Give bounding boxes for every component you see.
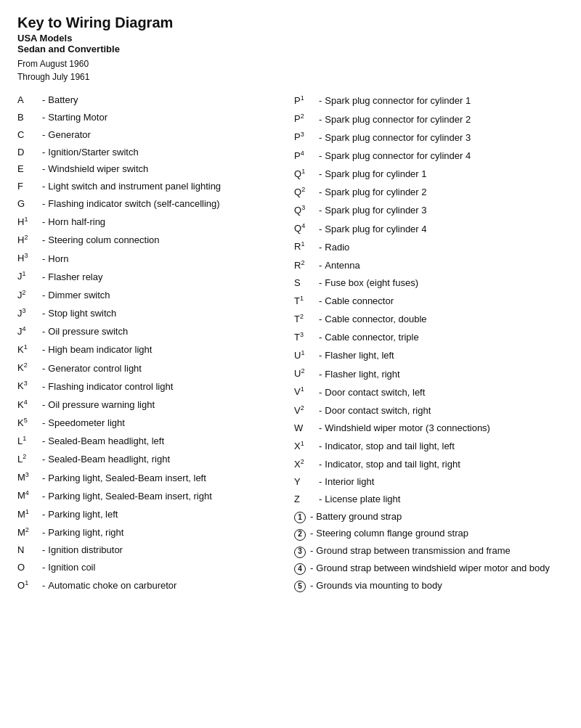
item-dash: - — [319, 150, 322, 163]
list-item: V2-Door contact switch, right — [294, 404, 564, 418]
list-item: S-Fuse box (eight fuses) — [294, 277, 564, 290]
item-dash: - — [319, 368, 322, 382]
list-item: M3-Parking light, Sealed-Beam insert, le… — [17, 470, 287, 485]
list-item: Q3-Spark plug for cylinder 3 — [294, 203, 564, 218]
item-dash: - — [42, 380, 45, 394]
item-dash: - — [310, 527, 313, 541]
item-desc: Ground strap between transmission and fr… — [316, 544, 510, 558]
item-dash: - — [319, 131, 322, 145]
list-item: V1-Door contact switch, left — [294, 385, 564, 399]
list-item: P3-Spark plug connector for cylinder 3 — [294, 130, 564, 144]
item-key: D — [17, 146, 39, 160]
item-key: O1 — [17, 578, 39, 593]
list-item: 5-Grounds via mounting to body — [294, 579, 564, 593]
list-item: J1-Flasher relay — [17, 269, 287, 284]
item-desc: Interior light — [325, 475, 374, 489]
list-item: K5-Speedometer light — [17, 416, 287, 430]
item-dash: - — [310, 510, 313, 524]
item-circle-key: 1 — [294, 512, 306, 523]
item-desc: Spark plug for cylinder 2 — [325, 186, 426, 200]
subtitle1: USA Models — [17, 33, 564, 44]
list-item: P1-Spark plug connector for cylinder 1 — [294, 94, 564, 108]
item-desc: Flasher relay — [48, 271, 102, 285]
item-dash: - — [42, 197, 45, 211]
item-key: K3 — [17, 379, 39, 393]
item-key: E — [17, 163, 39, 176]
item-dash: - — [319, 331, 322, 345]
list-item: Q2-Spark plug for cylinder 2 — [294, 185, 564, 200]
list-item: C-Generator — [17, 128, 287, 142]
item-key: T2 — [294, 312, 316, 327]
item-key: X1 — [294, 439, 316, 454]
item-desc: Spark plug for cylinder 1 — [325, 168, 426, 181]
item-dash: - — [310, 544, 313, 558]
item-key: P2 — [294, 112, 316, 126]
item-dash: - — [310, 579, 313, 593]
list-item: L1-Sealed-Beam headlight, left — [17, 434, 287, 449]
item-desc: Indicator, stop and tail light, right — [325, 458, 460, 472]
item-dash: - — [319, 277, 322, 290]
item-dash: - — [42, 307, 45, 321]
list-item: N-Ignition distributor — [17, 544, 287, 557]
item-circle-key: 2 — [294, 529, 306, 541]
item-dash: - — [42, 508, 45, 522]
item-desc: Flasher light, left — [325, 349, 394, 363]
list-item: J4-Oil pressure switch — [17, 324, 287, 339]
item-key: F — [17, 180, 39, 194]
item-key: H2 — [17, 233, 39, 248]
list-item: B-Starting Motor — [17, 111, 287, 125]
item-desc: Cable connector, double — [325, 313, 426, 327]
item-desc: Generator control light — [48, 362, 142, 376]
list-item: Y-Interior light — [294, 475, 564, 489]
item-dash: - — [42, 128, 45, 142]
item-desc: Parking light, Sealed-Beam insert, right — [48, 490, 211, 504]
list-item: M2-Parking light, right — [17, 525, 287, 540]
item-key: J1 — [17, 269, 39, 284]
item-desc: Ignition/Starter switch — [48, 146, 138, 160]
item-desc: Steering colum connection — [48, 234, 159, 248]
item-desc: Steering column flange ground strap — [316, 527, 468, 541]
item-key: L1 — [17, 434, 39, 449]
item-desc: Automatic choke on carburetor — [48, 579, 176, 593]
item-key: Q3 — [294, 203, 316, 218]
item-key: A — [17, 94, 39, 107]
item-desc: Battery ground strap — [316, 510, 402, 524]
item-circle-key: 3 — [294, 547, 306, 558]
item-dash: - — [319, 259, 322, 273]
item-dash: - — [42, 398, 45, 412]
item-key: K5 — [17, 416, 39, 430]
item-dash: - — [319, 404, 322, 418]
list-item: K4-Oil pressure warning light — [17, 398, 287, 412]
item-dash: - — [42, 544, 45, 557]
item-desc: Oil pressure switch — [48, 325, 128, 339]
item-key: Z — [294, 493, 316, 507]
item-desc: Flashing indicator control light — [48, 380, 173, 394]
item-key: H3 — [17, 251, 39, 266]
item-dash: - — [42, 94, 45, 107]
list-item: X2-Indicator, stop and tail light, right — [294, 457, 564, 472]
list-item: K2-Generator control light — [17, 361, 287, 375]
item-desc: Sealed-Beam headlight, right — [48, 453, 170, 467]
item-dash: - — [42, 253, 45, 266]
item-key: J2 — [17, 288, 39, 303]
item-dash: - — [319, 475, 322, 489]
item-desc: License plate light — [325, 493, 400, 507]
item-dash: - — [42, 146, 45, 160]
item-key: J3 — [17, 306, 39, 321]
item-desc: Ignition distributor — [48, 544, 123, 557]
item-dash: - — [42, 561, 45, 575]
item-key: G — [17, 197, 39, 211]
left-column: A-BatteryB-Starting MotorC-GeneratorD-Ig… — [17, 94, 294, 597]
item-desc: Flashing indicator switch (self-cancelli… — [48, 197, 219, 211]
item-dash: - — [42, 163, 45, 176]
item-desc: Spark plug for cylinder 3 — [325, 204, 426, 218]
item-dash: - — [42, 343, 45, 357]
item-dash: - — [319, 94, 322, 108]
list-item: L2-Sealed-Beam headlight, right — [17, 452, 287, 467]
item-desc: Grounds via mounting to body — [316, 579, 442, 593]
list-item: O-Ignition coil — [17, 561, 287, 575]
item-dash: - — [319, 458, 322, 472]
item-dash: - — [319, 241, 322, 255]
item-desc: Speedometer light — [48, 417, 125, 430]
list-item: Q4-Spark plug for cylinder 4 — [294, 221, 564, 236]
